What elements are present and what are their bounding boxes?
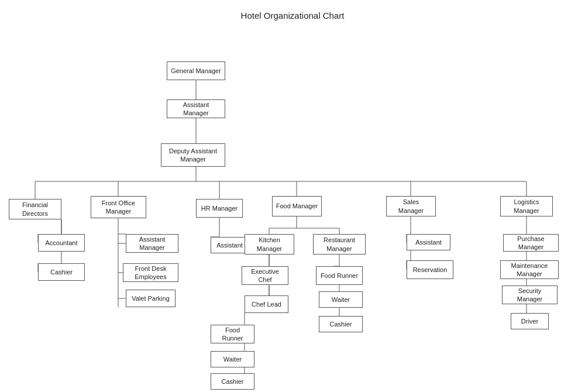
node-valet-parking: Valet Parking: [126, 290, 176, 307]
node-restaurant-manager: Restaurant Manager: [313, 234, 366, 255]
node-waiter-rest: Waiter: [319, 291, 363, 308]
node-cashier-kitchen: Cashier: [211, 373, 254, 390]
node-front-desk-employees: Front Desk Employees: [123, 263, 178, 282]
node-food-manager: Food Manager: [272, 196, 322, 216]
node-chef-lead: Chef Lead: [245, 295, 288, 313]
node-logistics-manager: Logistics Manager: [500, 196, 553, 216]
node-assistant-sales: Assistant: [407, 234, 450, 250]
node-cashier-rest: Cashier: [319, 316, 363, 332]
node-deputy-assistant-manager: Deputy Assistant Manager: [161, 143, 225, 167]
node-purchase-manager: Purchase Manager: [503, 234, 559, 252]
org-chart: General Manager Assistant Manager Deputy…: [0, 26, 585, 392]
node-financial-directors: Financial Directors: [9, 199, 61, 219]
node-accountant: Accountant: [38, 234, 85, 252]
page-title: Hotel Organizational Chart: [0, 0, 585, 26]
node-cashier-fin: Cashier: [38, 263, 85, 281]
node-front-office-manager: Front Office Manager: [91, 196, 146, 218]
node-assistant-manager2: Assistant Manager: [126, 234, 178, 253]
node-general-manager: General Manager: [167, 61, 225, 80]
node-kitchen-manager: Kitchen Manager: [245, 234, 294, 255]
node-security-manager: Security Manager: [502, 286, 558, 304]
node-waiter-kitchen: Waiter: [211, 351, 254, 367]
node-assistant-manager: Assistant Manager: [167, 99, 225, 118]
node-driver: Driver: [511, 313, 549, 329]
node-food-runner-rest: Food Runner: [316, 266, 363, 285]
node-assistant-hr: Assistant: [211, 237, 249, 253]
node-sales-manager: Sales Manager: [386, 196, 436, 216]
node-executive-chef: Executive Chef: [242, 266, 288, 285]
node-food-runner-kitchen: Food Runner: [211, 325, 254, 343]
node-hr-manager: HR Manager: [196, 199, 243, 218]
node-reservation: Reservation: [407, 260, 453, 279]
node-maintenance-manager: Maintenance Manager: [500, 260, 559, 279]
